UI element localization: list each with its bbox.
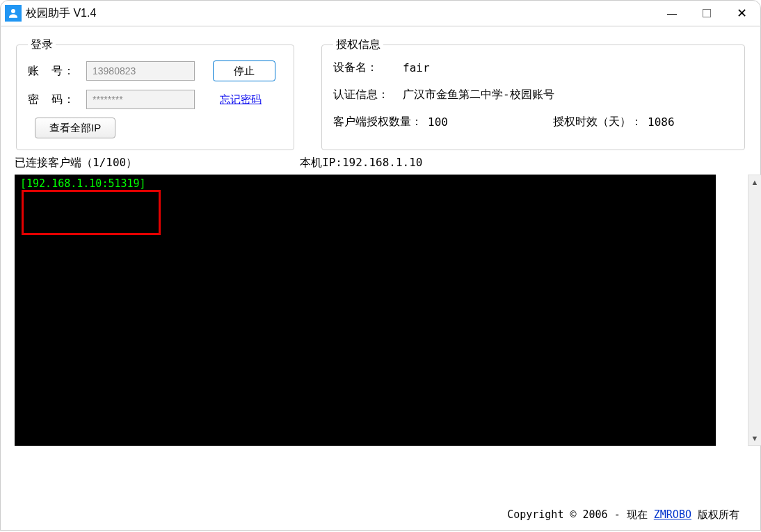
window-title: 校园助手 V1.4 bbox=[26, 6, 655, 21]
console-container: [192.168.1.10:51319] ▲ ▼ bbox=[15, 175, 746, 446]
view-all-ip-button[interactable]: 查看全部IP bbox=[35, 118, 115, 138]
client-count-label: 客户端授权数量： bbox=[333, 115, 422, 129]
close-button[interactable]: ✕ bbox=[724, 1, 759, 26]
device-name-label: 设备名： bbox=[333, 61, 396, 75]
maximize-button[interactable] bbox=[689, 1, 724, 26]
local-ip-label: 本机IP:192.168.1.10 bbox=[300, 156, 423, 170]
minimize-button[interactable]: — bbox=[655, 1, 689, 26]
console-output: [192.168.1.10:51319] bbox=[15, 175, 716, 446]
account-input[interactable] bbox=[86, 61, 195, 81]
password-label: 密 码： bbox=[28, 92, 81, 107]
expire-value: 1086 bbox=[648, 115, 675, 129]
client-count-value: 100 bbox=[428, 115, 470, 129]
cert-info-label: 认证信息： bbox=[333, 88, 396, 102]
console-scrollbar[interactable]: ▲ ▼ bbox=[748, 175, 761, 446]
footer-suffix: 版权所有 bbox=[691, 508, 739, 521]
svg-point-0 bbox=[11, 9, 15, 13]
account-label: 账 号： bbox=[28, 64, 81, 79]
device-name-value: fair bbox=[403, 61, 430, 74]
footer-link[interactable]: ZMROBO bbox=[654, 508, 691, 521]
window-content: 登录 账 号： 停止 密 码： 忘记密码 查看全部IP 授权信息 设备名： fa… bbox=[0, 26, 761, 531]
cert-info-value: 广汉市金鱼第二中学-校园账号 bbox=[403, 88, 554, 102]
scroll-down-icon[interactable]: ▼ bbox=[748, 431, 761, 445]
footer-prefix: Copyright © 2006 - 现在 bbox=[507, 508, 654, 521]
console-line: [192.168.1.10:51319] bbox=[20, 177, 146, 190]
connected-clients-label: 已连接客户端（1/100） bbox=[15, 156, 300, 170]
expire-label: 授权时效（天）： bbox=[553, 115, 642, 129]
forgot-password-link[interactable]: 忘记密码 bbox=[220, 93, 262, 106]
scroll-up-icon[interactable]: ▲ bbox=[748, 175, 761, 189]
login-legend: 登录 bbox=[28, 38, 56, 52]
password-input[interactable] bbox=[86, 90, 195, 109]
footer-copyright: Copyright © 2006 - 现在 ZMROBO 版权所有 bbox=[507, 508, 739, 522]
login-group: 登录 账 号： 停止 密 码： 忘记密码 查看全部IP bbox=[16, 38, 294, 150]
stop-button[interactable]: 停止 bbox=[213, 61, 275, 81]
app-icon bbox=[5, 5, 22, 22]
titlebar: 校园助手 V1.4 — ✕ bbox=[0, 0, 761, 26]
auth-legend: 授权信息 bbox=[333, 38, 383, 52]
auth-info-group: 授权信息 设备名： fair 认证信息： 广汉市金鱼第二中学-校园账号 客户端授… bbox=[321, 38, 745, 150]
